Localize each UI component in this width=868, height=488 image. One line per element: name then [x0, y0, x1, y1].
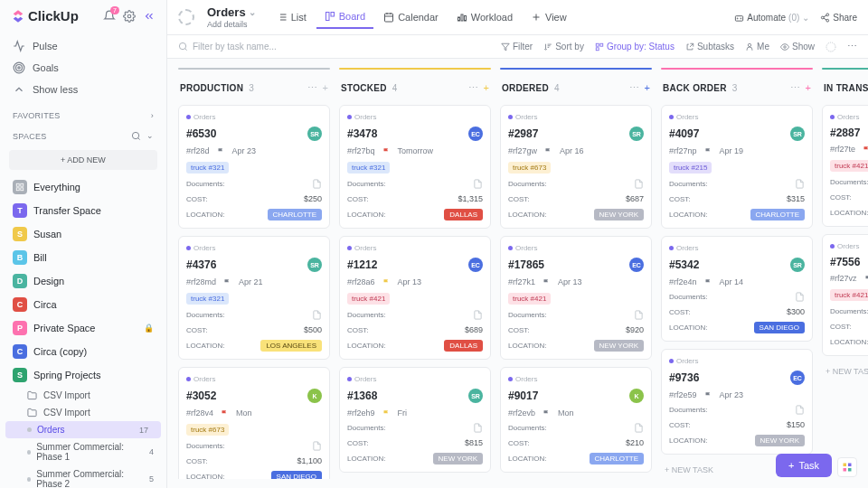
filter-filter[interactable]: Filter: [501, 42, 533, 52]
truck-tag[interactable]: truck #421: [830, 289, 868, 301]
column-more-icon[interactable]: ⋯: [468, 82, 478, 94]
sidebar-item-show-less[interactable]: Show less: [0, 79, 166, 100]
due-date[interactable]: Tomorrow: [398, 146, 434, 155]
document-icon[interactable]: [634, 423, 644, 433]
priority-flag-icon[interactable]: [382, 409, 391, 418]
truck-tag[interactable]: truck #321: [186, 293, 229, 305]
document-icon[interactable]: [473, 310, 483, 320]
priority-flag-icon[interactable]: [863, 145, 868, 154]
document-icon[interactable]: [473, 179, 483, 189]
document-icon[interactable]: [312, 441, 322, 451]
due-date[interactable]: Apr 19: [720, 146, 744, 155]
document-icon[interactable]: [795, 292, 805, 302]
column-add-icon[interactable]: +: [806, 82, 811, 94]
document-icon[interactable]: [473, 423, 483, 433]
filter-show[interactable]: Show: [780, 42, 815, 52]
priority-flag-icon[interactable]: [704, 391, 712, 399]
location-badge[interactable]: SAN DIEGO: [754, 322, 805, 333]
location-badge[interactable]: DALLAS: [444, 340, 483, 352]
due-date[interactable]: Apr 14: [720, 277, 744, 286]
location-badge[interactable]: SAN DIEGO: [271, 471, 322, 479]
due-date[interactable]: Apr 21: [239, 277, 263, 286]
location-badge[interactable]: CHARLOTTE: [590, 453, 644, 465]
task-card[interactable]: Orders #3478 EC #rf27bq Tomorrow truck #…: [339, 105, 491, 229]
column-add-icon[interactable]: +: [323, 82, 328, 94]
column-add-icon[interactable]: +: [484, 82, 489, 94]
space-circa[interactable]: CCirca: [0, 293, 166, 316]
document-icon[interactable]: [634, 179, 644, 189]
view-tab-workload[interactable]: Workload: [448, 5, 521, 29]
assignee-avatar[interactable]: K: [629, 389, 644, 403]
more-icon[interactable]: ⋯: [847, 41, 857, 52]
due-date[interactable]: Apr 13: [398, 277, 422, 286]
truck-tag[interactable]: truck #215: [669, 162, 712, 174]
task-card[interactable]: Orders #7556 #rf27vz Thu truck #421 Docu…: [822, 234, 868, 356]
new-task-fab[interactable]: + Task: [776, 454, 832, 477]
search-input[interactable]: Filter by task name...: [178, 42, 490, 52]
location-badge[interactable]: NEW YORK: [594, 340, 644, 352]
assignee-avatar[interactable]: EC: [629, 258, 644, 272]
assignee-filter[interactable]: [826, 42, 836, 52]
task-card[interactable]: Orders #17865 EC #rf27k1 Apr 13 truck #4…: [500, 236, 652, 360]
document-icon[interactable]: [795, 179, 805, 189]
priority-flag-icon[interactable]: [382, 147, 391, 155]
priority-flag-icon[interactable]: [542, 278, 551, 286]
view-tab-board[interactable]: Board: [316, 5, 373, 29]
assignee-avatar[interactable]: SR: [468, 389, 483, 403]
document-icon[interactable]: [312, 310, 322, 320]
column-more-icon[interactable]: ⋯: [307, 82, 317, 94]
due-date[interactable]: Apr 23: [232, 146, 257, 155]
filter-group-by[interactable]: Group by: Status: [595, 42, 675, 52]
new-task-button[interactable]: + NEW TASK: [822, 363, 868, 380]
document-icon[interactable]: [634, 310, 644, 320]
chevron-down-icon[interactable]: ⌄: [146, 131, 154, 141]
assignee-avatar[interactable]: EC: [790, 371, 805, 385]
favorites-section[interactable]: FAVORITES ›: [0, 104, 166, 124]
due-date[interactable]: Mon: [236, 408, 252, 418]
assignee-avatar[interactable]: SR: [629, 127, 644, 141]
assignee-avatar[interactable]: SR: [790, 258, 805, 272]
search-icon[interactable]: [131, 131, 141, 141]
space-bill[interactable]: BBill: [0, 246, 166, 269]
truck-tag[interactable]: truck #321: [347, 162, 390, 174]
view-tab-calendar[interactable]: Calendar: [375, 5, 447, 29]
truck-tag[interactable]: truck #421: [347, 293, 390, 305]
column-more-icon[interactable]: ⋯: [629, 82, 639, 94]
priority-flag-icon[interactable]: [704, 278, 712, 286]
location-badge[interactable]: CHARLOTTE: [268, 209, 322, 221]
apps-grid-button[interactable]: [837, 457, 857, 477]
priority-flag-icon[interactable]: [223, 278, 231, 286]
due-date[interactable]: Mon: [558, 408, 574, 418]
location-badge[interactable]: LOS ANGELES: [260, 340, 322, 352]
task-card[interactable]: Orders #2887 #rf27te Fri truck #421 Docu…: [822, 105, 868, 227]
chevron-down-icon[interactable]: ⌄: [249, 7, 256, 18]
assignee-avatar[interactable]: K: [307, 389, 322, 403]
priority-flag-icon[interactable]: [382, 278, 391, 286]
document-icon[interactable]: [312, 179, 322, 189]
task-card[interactable]: Orders #9736 EC #rf2e59 Apr 23 Documents…: [661, 349, 813, 455]
sidebar-item-pulse[interactable]: Pulse: [0, 35, 166, 57]
task-card[interactable]: Orders #3052 K #rf28v4 Mon truck #673 Do…: [178, 367, 330, 479]
add-new-space[interactable]: + ADD NEW: [9, 150, 157, 170]
assignee-avatar[interactable]: EC: [468, 258, 483, 272]
priority-flag-icon[interactable]: [221, 409, 229, 418]
view-tab-list[interactable]: List: [269, 5, 315, 29]
truck-tag[interactable]: truck #421: [830, 160, 868, 172]
automate-button[interactable]: Automate(0) ⌄: [734, 13, 809, 23]
space-circa-copy-[interactable]: CCirca (copy): [0, 340, 166, 363]
task-card[interactable]: Orders #6530 SR #rf28d Apr 23 truck #321…: [178, 105, 330, 229]
due-date[interactable]: Apr 16: [560, 146, 584, 155]
assignee-avatar[interactable]: SR: [307, 127, 322, 141]
sidebar-item-goals[interactable]: Goals: [0, 57, 166, 79]
due-date[interactable]: Apr 23: [720, 390, 744, 399]
page-subtitle[interactable]: Add details: [207, 20, 256, 30]
truck-tag[interactable]: truck #421: [508, 293, 551, 305]
view-tab-view[interactable]: View: [523, 5, 575, 29]
space-transfer-space[interactable]: TTransfer Space: [0, 199, 166, 222]
filter-me[interactable]: Me: [745, 42, 769, 52]
assignee-avatar[interactable]: SR: [790, 127, 805, 141]
collapse-sidebar-icon[interactable]: [143, 10, 156, 23]
folder-item[interactable]: CSV Import: [0, 387, 166, 404]
priority-flag-icon[interactable]: [542, 409, 551, 418]
list-color-icon[interactable]: [178, 9, 194, 25]
